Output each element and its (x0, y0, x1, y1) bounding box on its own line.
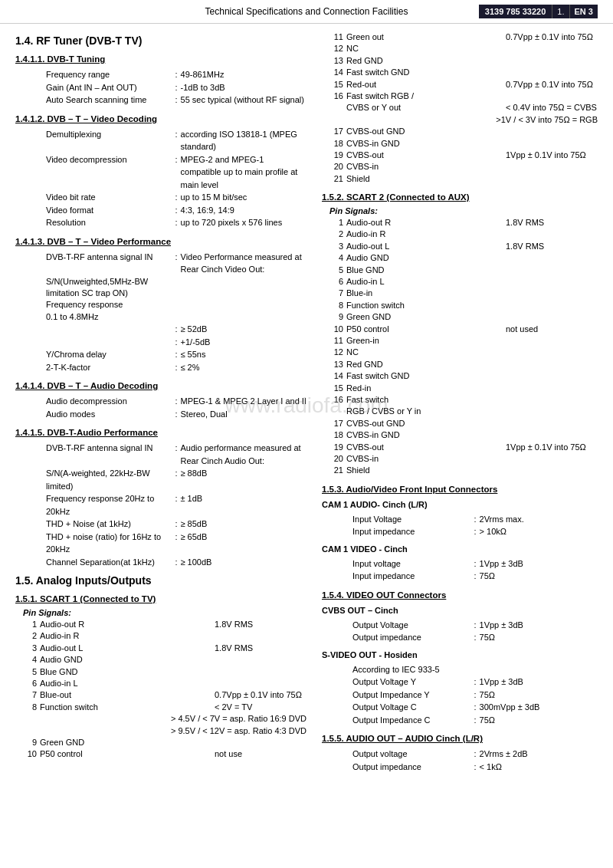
section-scart2: 1.5.2. SCART 2 (Connected to AUX) Pin Si… (322, 192, 598, 477)
freq-range-value: 49-861MHz (181, 68, 306, 81)
list-item: 9Green GND (329, 311, 598, 323)
demux-label: Demultiplexing (46, 128, 172, 153)
list-item: 11Green-in (329, 335, 598, 347)
thd-noise2-label: THD + noise (ratio) for 16Hz to 20kHz (46, 531, 172, 556)
list-item: 20CVBS-in (329, 453, 598, 465)
list-item: 10P50 controlnot used (329, 324, 598, 335)
freq-resp-label2: 0.1 to 4.8MHz (46, 311, 306, 323)
sn-val: ≥ 52dB (181, 323, 306, 336)
gain-row: Gain (Ant IN – Ant OUT) : -1dB to 3dB (31, 81, 306, 94)
resolution-label: Resolution (46, 216, 172, 229)
cam1-vid-volt-val: 1Vpp ± 3dB (480, 557, 598, 570)
svideo-impy-row: Output Impedance Y : 75Ω (337, 689, 598, 702)
list-item: 13Red GND (329, 55, 598, 67)
tk-row: 2-T-K-factor : ≤ 2% (46, 361, 306, 374)
thd-noise-val: ≥ 85dB (181, 518, 306, 531)
list-item: 12NC (329, 43, 598, 54)
page-header: Technical Specifications and Connection … (0, 0, 613, 24)
dvbt-audio-specs: Audio decompression : MPEG-1 & MPEG 2 La… (15, 395, 306, 420)
dvbt-audio-heading: 1.4.1.4. DVB – T – Audio Decoding (15, 381, 306, 390)
section-rf-tuner: 1.4. RF Tuner (DVB-T TV) 1.4.1.1. DVB-T … (15, 35, 306, 568)
scart2-pin-list: 1Audio-out R1.8V RMS2Audio-in R3Audio-ou… (329, 217, 598, 477)
gain-value: -1dB to 3dB (181, 81, 306, 94)
freq-resp-val-row: : +1/-5dB (46, 336, 306, 349)
dvbt-audio-perf-heading: 1.4.1.5. DVB-T-Audio Performance (15, 428, 306, 437)
freq-resp-val: +1/-5dB (181, 336, 306, 349)
video-bitrate-value: up to 15 M bit/sec (181, 191, 306, 204)
channel-sep-row: Channel Separation(at 1kHz) : ≥ 100dB (46, 556, 306, 569)
list-item: 10P50 controlnot use (23, 748, 306, 760)
freq-resp2-row: Frequency response 20Hz to 20kHz : ± 1dB (46, 492, 306, 518)
audio-out-volt-label: Output voltage (352, 748, 470, 761)
list-item: 5Blue GND (23, 666, 306, 678)
header-num: 1. (552, 5, 569, 18)
list-item: 19CVBS-out1Vpp ± 0.1V into 75Ω (329, 442, 598, 453)
cvbs-out-volt-val: 1Vpp ± 3dB (480, 619, 598, 632)
svideo-impc-val: 75Ω (480, 714, 598, 727)
thd-noise2-row: THD + noise (ratio) for 16Hz to 20kHz : … (46, 531, 306, 556)
list-item: 21Shield (329, 465, 598, 476)
svideo-c-val: 300mVpp ± 3dB (480, 701, 598, 714)
freq-resp2-label: Frequency response 20Hz to 20kHz (46, 492, 172, 518)
cvbs-out-heading: CVBS OUT – Cinch (322, 606, 598, 615)
list-item: 14Fast switch GND (329, 67, 598, 78)
audio-decomp-value: MPEG-1 & MPEG 2 Layer I and II (181, 395, 306, 408)
freq-range-label: Frequency range (46, 68, 172, 81)
sn-label: S/N(Unweighted,5MHz-BW (46, 276, 306, 288)
scart2-heading: 1.5.2. SCART 2 (Connected to AUX) (322, 192, 598, 202)
header-right: 3139 785 33220 1. EN 3 (479, 5, 598, 18)
sn-val-row: : ≥ 52dB (46, 323, 306, 336)
right-column: 11Green out0.7Vpp ± 0.1V into 75Ω12NC13R… (322, 31, 598, 779)
dvbt-perf-heading: 1.4.1.3. DVB – T – Video Performance (15, 237, 306, 246)
video-format-value: 4:3, 16:9, 14:9 (181, 204, 306, 217)
list-item: 3Audio-out L1.8V RMS (329, 241, 598, 252)
cam1-vid-imp-label: Input impedance (352, 570, 470, 583)
list-item: 16Fast switch (329, 394, 598, 406)
list-item: 4Audio GND (329, 252, 598, 264)
list-item: 17CVBS-out GND (329, 418, 598, 429)
channel-sep-label: Channel Separation(at 1kHz) (46, 556, 172, 569)
list-item: 8Function switch< 2V = TV (23, 702, 306, 713)
cvbs-out-volt-row: Output Voltage : 1Vpp ± 3dB (337, 619, 598, 632)
section-analog-io: 1.5. Analog Inputs/Outputs 1.5.1. SCART … (15, 574, 306, 761)
list-item: 21Shield (329, 173, 598, 185)
cam1-video-heading: CAM 1 VIDEO - Cinch (322, 544, 598, 554)
cam1-volt-label: Input Voltage (352, 513, 470, 526)
ychroma-row: Y/Chroma delay : ≤ 55ns (46, 348, 306, 361)
list-item: 1Audio-out R1.8V RMS (23, 619, 306, 630)
audio-out-imp-label: Output impedance (352, 761, 470, 774)
list-item: 15Red-out0.7Vpp ± 0.1V into 75Ω (329, 79, 598, 90)
dvbt-video-specs: Demultiplexing : according ISO 13818-1 (… (15, 128, 306, 229)
list-item: 2Audio-in R (329, 229, 598, 240)
section-audio-out: 1.5.5. AUDIO OUT – AUDIO Cinch (L/R) Out… (322, 734, 598, 773)
audio-out-heading: 1.5.5. AUDIO OUT – AUDIO Cinch (L/R) (322, 734, 598, 743)
ychroma-val: ≤ 55ns (181, 348, 306, 361)
cvbs-out-volt-label: Output Voltage (352, 619, 470, 632)
tk-val: ≤ 2% (181, 361, 306, 374)
list-item: 3Audio-out L1.8V RMS (23, 643, 306, 654)
svideo-impc-row: Output Impedance C : 75Ω (337, 714, 598, 727)
left-column: 1.4. RF Tuner (DVB-T TV) 1.4.1.1. DVB-T … (15, 31, 306, 779)
video-format-row: Video format : 4:3, 16:9, 14:9 (31, 204, 306, 217)
thd-noise-row: THD + Noise (at 1kHz) : ≥ 85dB (46, 518, 306, 531)
audio-out-volt-val: 2Vrms ± 2dB (480, 748, 598, 761)
thd-noise2-val: ≥ 65dB (181, 531, 306, 556)
header-lang: EN 3 (569, 5, 598, 18)
resolution-row: Resolution : up to 720 pixels x 576 line… (31, 216, 306, 229)
cam1-vid-volt-label: Input voltage (352, 557, 470, 570)
sna-label: S/N(A-weighted, 22kHz-BW limited) (46, 467, 172, 492)
channel-sep-val: ≥ 100dB (181, 556, 306, 569)
list-item: 12NC (329, 347, 598, 358)
sn-label2: limitation SC trap ON) (46, 288, 306, 299)
sna-val: ≥ 88dB (181, 467, 306, 492)
cvbs-out-imp-label: Output impedance (352, 631, 470, 644)
freq-resp-label: Frequency response (46, 299, 306, 311)
thd-noise-label: THD + Noise (at 1kHz) (46, 518, 172, 531)
list-item: 13Red GND (329, 359, 598, 370)
cvbs-out-imp-row: Output impedance : 75Ω (337, 631, 598, 644)
list-item: 1Audio-out R1.8V RMS (329, 217, 598, 229)
list-item: CVBS or Y out< 0.4V into 75Ω = CVBS (329, 102, 598, 113)
dvbt-perf-specs: DVB-T-RF antenna signal IN : Video Perfo… (15, 251, 306, 374)
list-item: 18CVBS-in GND (329, 138, 598, 150)
pin-signals-label-right: Pin Signals: (322, 206, 598, 215)
